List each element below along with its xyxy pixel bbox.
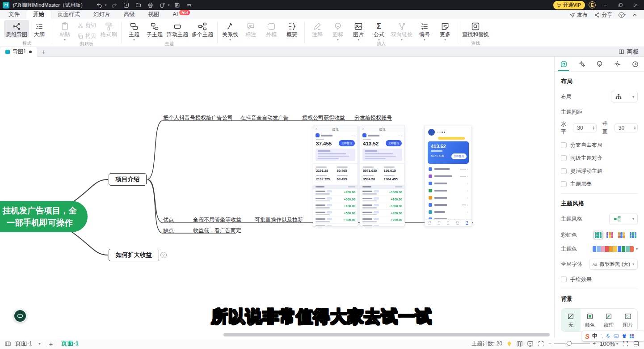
checkbox-topic-overlap[interactable]: 主题层叠 [561, 180, 638, 188]
close-button[interactable] [630, 1, 641, 9]
minimize-button[interactable] [599, 1, 611, 9]
share-button[interactable]: 分享 [594, 11, 612, 19]
add-page-button[interactable]: + [49, 340, 53, 348]
callout-button[interactable]: 标注 [240, 20, 261, 38]
horizontal-spacing-stepper[interactable]: 30▴▾ [573, 123, 596, 132]
layout-dropdown[interactable]: ▾ [611, 91, 638, 102]
redo-button[interactable] [110, 1, 119, 9]
export-caret-icon[interactable]: ▾ [168, 3, 170, 7]
paste-button[interactable]: 粘贴 ▾ [55, 20, 75, 41]
outline-mode-button[interactable]: 大纲 [29, 20, 50, 38]
theme-style-dropdown[interactable]: ▾ [609, 213, 638, 225]
slideshow-button[interactable] [527, 340, 534, 347]
tab-icon-panel[interactable] [590, 57, 608, 71]
fit-to-screen-button[interactable] [538, 340, 544, 347]
embedded-screenshot-withdraw-1[interactable]: ‹提现 ⋯ › 37.455 立即提现 2191.28 80.465 2102.… [313, 126, 358, 226]
tab-history-panel[interactable] [626, 57, 644, 71]
global-font-dropdown[interactable]: Aa微软雅黑 (大)▾ [589, 259, 638, 270]
summary-button[interactable]: 概要 [282, 20, 302, 38]
maximize-button[interactable] [615, 1, 626, 9]
root-topic[interactable]: 挂机发广告项目，全 一部手机即可操作 [0, 201, 88, 232]
more-insert-button[interactable]: 更多 ▾ [435, 20, 455, 41]
publish-button[interactable]: 发布 [569, 11, 588, 19]
page-panel-toggle-button[interactable] [4, 340, 11, 347]
topic-expand-income[interactable]: 如何扩大收益 [109, 249, 159, 261]
zoom-slider-knob[interactable] [567, 341, 572, 346]
floating-topic-button[interactable]: 浮动主题 [165, 20, 190, 38]
tab-style-panel[interactable] [572, 57, 590, 71]
checkbox-flexible-floating[interactable]: 灵活浮动主题 [561, 167, 638, 175]
topic-chain-4[interactable]: 分发给授权账号 [354, 114, 392, 122]
mindmap-canvas[interactable]: 挂机发广告项目，全 一部手机即可操作 项目介绍 如何扩大收益 2 把个人抖音号授… [0, 57, 554, 338]
multi-topic-button[interactable]: 多个主题 [190, 20, 215, 38]
undo-button[interactable] [95, 1, 104, 9]
picture-button[interactable]: 图片 ▾ [348, 20, 369, 41]
topic-button[interactable]: 主题 ▾ [124, 20, 144, 41]
bg-option-none[interactable]: 无 [561, 309, 581, 332]
mindmap-mode-button[interactable]: 思维导图 [4, 20, 29, 38]
tab-page-style[interactable]: 页面样式 [51, 10, 87, 19]
cut-button[interactable]: 剪切 [76, 21, 97, 30]
topic-pros[interactable]: 优点 [163, 216, 174, 224]
keyboard-icon[interactable] [614, 333, 619, 339]
topic-chain-3[interactable]: 授权公司获得收益 [302, 114, 345, 122]
formula-button[interactable]: Σ 公式 ▾ [369, 20, 389, 41]
user-avatar[interactable]: E [589, 1, 596, 9]
rainbow-palette-2[interactable] [605, 231, 615, 239]
save-button[interactable] [173, 1, 182, 9]
topic-chain-1[interactable]: 把个人抖音号授权给广告公司 [163, 114, 233, 122]
embedded-screenshot-profile[interactable]: 413.52 5071.635 立即提现 › › › › › › › › [425, 126, 472, 226]
bg-option-color[interactable]: 颜色 [581, 309, 600, 332]
collapse-ribbon-button[interactable] [632, 12, 638, 18]
add-document-tab-button[interactable]: + [37, 48, 50, 55]
topic-pros-2[interactable]: 可批量操作以及拉新 [255, 216, 303, 224]
ime-toolbox-icon[interactable] [630, 334, 634, 338]
vertical-spacing-stepper[interactable]: 30▴▾ [615, 123, 638, 132]
checkbox-free-branch-layout[interactable]: 分支自由布局 [561, 141, 638, 149]
numbering-button[interactable]: 编号 ▾ [414, 20, 435, 41]
find-replace-button[interactable]: 查找和替换 [460, 20, 491, 38]
skin-icon[interactable] [622, 333, 627, 339]
sogou-logo-icon[interactable]: S [585, 332, 589, 340]
subtopic-button[interactable]: 子主题 [144, 20, 165, 38]
print-button[interactable] [146, 1, 155, 9]
tab-view[interactable]: 视图 [142, 10, 166, 19]
help-button[interactable]: ?▾ [619, 12, 626, 18]
pages-overview-button[interactable] [516, 340, 523, 347]
rainbow-palette-1[interactable] [593, 231, 603, 239]
zoom-slider[interactable]: − + [548, 340, 596, 347]
open-file-button[interactable] [134, 1, 143, 9]
sticker-button[interactable]: 图标 ▾ [328, 20, 348, 41]
board-toggle-button[interactable]: 画板 [619, 48, 644, 56]
boundary-button[interactable]: 外框 [261, 20, 282, 38]
collapsed-children-badge[interactable]: 2 [160, 252, 167, 258]
relationship-button[interactable]: 关系线 ▾ [220, 20, 240, 41]
ime-mode-indicator[interactable]: 中 [592, 332, 598, 340]
page-tab-active[interactable]: 页面-1 [61, 340, 79, 348]
topic-pros-1[interactable]: 全程不用管坐等收益 [193, 216, 241, 224]
checkbox-hand-drawn[interactable]: 手绘效果 [561, 276, 638, 283]
bidirectional-link-button[interactable]: 双向链接 ▾ [389, 20, 414, 41]
format-painter-button[interactable]: 格式刷 [98, 20, 119, 38]
topic-intro[interactable]: 项目介绍 [109, 173, 147, 186]
microphone-icon[interactable] [606, 333, 611, 339]
fullscreen-button[interactable] [622, 340, 629, 347]
tab-theme-panel[interactable] [608, 57, 626, 71]
export-button[interactable] [158, 1, 167, 9]
tab-advanced[interactable]: 高级 [117, 10, 142, 19]
tab-file[interactable]: 文件 [2, 10, 26, 19]
horizontal-scrollbar[interactable] [223, 333, 550, 336]
rainbow-palette-4[interactable] [628, 231, 638, 239]
tab-slideshow[interactable]: 幻灯片 [87, 10, 117, 19]
copy-button[interactable]: 拷贝 [76, 32, 97, 40]
tab-layout-panel[interactable] [555, 57, 572, 71]
ime-toolbar[interactable]: S 中 ᾿, [582, 331, 644, 341]
topic-chain-2[interactable]: 在抖音全自动发广告 [240, 114, 289, 122]
topic-cons-1[interactable]: 收益低，看广告而定 [193, 227, 241, 234]
quick-access-more-button[interactable] [185, 1, 194, 9]
topic-cons[interactable]: 缺点 [163, 227, 174, 234]
undo-caret-icon[interactable]: ▾ [105, 3, 107, 7]
bg-option-image[interactable]: 图片 [619, 309, 638, 332]
page-select-dropdown[interactable]: 页面-1▾ [15, 340, 41, 348]
vip-button[interactable]: 开通VIP [553, 1, 585, 9]
